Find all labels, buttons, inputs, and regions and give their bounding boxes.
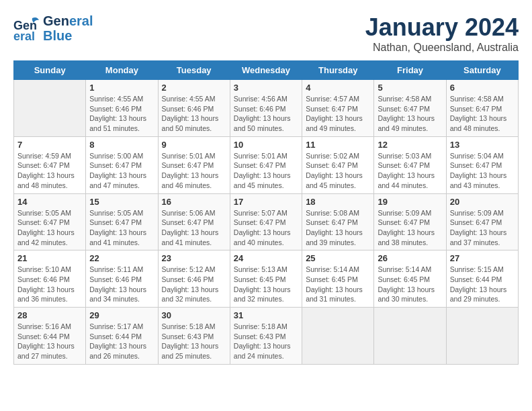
day-info: Sunrise: 5:01 AM Sunset: 6:47 PM Dayligh… [162, 151, 226, 191]
day-info: Sunrise: 5:04 AM Sunset: 6:47 PM Dayligh… [450, 151, 515, 191]
weekday-header-saturday: Saturday [446, 61, 518, 80]
day-info: Sunrise: 5:16 AM Sunset: 6:44 PM Dayligh… [17, 322, 82, 361]
day-info: Sunrise: 5:11 AM Sunset: 6:46 PM Dayligh… [89, 265, 154, 304]
day-info: Sunrise: 4:56 AM Sunset: 6:46 PM Dayligh… [234, 94, 298, 134]
calendar-cell: 22Sunrise: 5:11 AM Sunset: 6:46 PM Dayli… [86, 250, 158, 308]
day-number: 14 [17, 197, 82, 207]
day-info: Sunrise: 5:10 AM Sunset: 6:46 PM Dayligh… [17, 265, 82, 304]
month-title: January 2024 [365, 13, 519, 42]
day-number: 9 [162, 140, 226, 150]
calendar-cell: 27Sunrise: 5:15 AM Sunset: 6:44 PM Dayli… [446, 250, 518, 308]
calendar-cell: 5Sunrise: 4:58 AM Sunset: 6:47 PM Daylig… [374, 80, 446, 137]
location-title: Nathan, Queensland, Australia [365, 42, 519, 54]
day-number: 19 [378, 197, 442, 207]
day-number: 21 [17, 253, 82, 263]
day-number: 13 [450, 140, 515, 150]
week-row-3: 21Sunrise: 5:10 AM Sunset: 6:46 PM Dayli… [14, 250, 519, 308]
calendar-cell: 30Sunrise: 5:18 AM Sunset: 6:43 PM Dayli… [158, 308, 230, 365]
day-info: Sunrise: 5:18 AM Sunset: 6:43 PM Dayligh… [234, 322, 298, 361]
title-area: January 2024 Nathan, Queensland, Austral… [365, 13, 519, 54]
day-info: Sunrise: 5:14 AM Sunset: 6:45 PM Dayligh… [378, 265, 442, 304]
day-info: Sunrise: 4:57 AM Sunset: 6:47 PM Dayligh… [306, 94, 370, 134]
calendar-header: SundayMondayTuesdayWednesdayThursdayFrid… [14, 61, 519, 80]
calendar-cell: 13Sunrise: 5:04 AM Sunset: 6:47 PM Dayli… [446, 136, 518, 193]
weekday-header-wednesday: Wednesday [230, 61, 302, 80]
calendar-cell: 19Sunrise: 5:09 AM Sunset: 6:47 PM Dayli… [374, 193, 446, 250]
calendar-cell: 4Sunrise: 4:57 AM Sunset: 6:47 PM Daylig… [302, 80, 374, 137]
day-number: 6 [450, 83, 515, 93]
calendar-cell: 11Sunrise: 5:02 AM Sunset: 6:47 PM Dayli… [302, 136, 374, 193]
day-info: Sunrise: 4:59 AM Sunset: 6:47 PM Dayligh… [17, 151, 82, 191]
day-number: 12 [378, 140, 442, 150]
calendar-cell: 6Sunrise: 4:58 AM Sunset: 6:47 PM Daylig… [446, 80, 518, 137]
week-row-4: 28Sunrise: 5:16 AM Sunset: 6:44 PM Dayli… [14, 308, 519, 365]
calendar-cell: 26Sunrise: 5:14 AM Sunset: 6:45 PM Dayli… [374, 250, 446, 308]
day-number: 22 [89, 253, 154, 263]
day-number: 16 [162, 197, 226, 207]
day-number: 4 [306, 83, 370, 93]
day-number: 7 [17, 140, 82, 150]
calendar-cell [14, 80, 86, 137]
day-info: Sunrise: 5:02 AM Sunset: 6:47 PM Dayligh… [306, 151, 370, 191]
header: Gen eral General Blue January 2024 Natha… [13, 13, 519, 54]
day-number: 25 [306, 253, 370, 263]
calendar-cell [446, 308, 518, 365]
day-number: 11 [306, 140, 370, 150]
day-info: Sunrise: 5:06 AM Sunset: 6:47 PM Dayligh… [162, 208, 226, 248]
calendar-table: SundayMondayTuesdayWednesdayThursdayFrid… [13, 60, 519, 365]
day-number: 27 [450, 253, 515, 263]
calendar-cell: 23Sunrise: 5:12 AM Sunset: 6:46 PM Dayli… [158, 250, 230, 308]
svg-text:eral: eral [13, 30, 35, 42]
day-info: Sunrise: 5:07 AM Sunset: 6:47 PM Dayligh… [234, 208, 298, 248]
day-number: 18 [306, 197, 370, 207]
day-number: 17 [234, 197, 298, 207]
calendar-cell: 7Sunrise: 4:59 AM Sunset: 6:47 PM Daylig… [14, 136, 86, 193]
day-info: Sunrise: 5:08 AM Sunset: 6:47 PM Dayligh… [306, 208, 370, 248]
day-info: Sunrise: 5:18 AM Sunset: 6:43 PM Dayligh… [162, 322, 226, 361]
calendar-cell [302, 308, 374, 365]
weekday-header-tuesday: Tuesday [158, 61, 230, 80]
calendar-cell: 12Sunrise: 5:03 AM Sunset: 6:47 PM Dayli… [374, 136, 446, 193]
day-info: Sunrise: 4:55 AM Sunset: 6:46 PM Dayligh… [162, 94, 226, 134]
day-info: Sunrise: 5:13 AM Sunset: 6:45 PM Dayligh… [234, 265, 298, 304]
logo-line2: Blue [43, 28, 93, 43]
weekday-header-thursday: Thursday [302, 61, 374, 80]
logo-line1: General [43, 13, 93, 28]
day-info: Sunrise: 4:58 AM Sunset: 6:47 PM Dayligh… [378, 94, 442, 134]
day-info: Sunrise: 5:09 AM Sunset: 6:47 PM Dayligh… [450, 208, 515, 248]
calendar-cell: 29Sunrise: 5:17 AM Sunset: 6:44 PM Dayli… [86, 308, 158, 365]
day-info: Sunrise: 4:55 AM Sunset: 6:46 PM Dayligh… [89, 94, 154, 134]
weekday-row: SundayMondayTuesdayWednesdayThursdayFrid… [14, 61, 519, 80]
calendar-cell: 1Sunrise: 4:55 AM Sunset: 6:46 PM Daylig… [86, 80, 158, 137]
calendar-cell: 21Sunrise: 5:10 AM Sunset: 6:46 PM Dayli… [14, 250, 86, 308]
day-number: 20 [450, 197, 515, 207]
week-row-2: 14Sunrise: 5:05 AM Sunset: 6:47 PM Dayli… [14, 193, 519, 250]
day-info: Sunrise: 5:17 AM Sunset: 6:44 PM Dayligh… [89, 322, 154, 361]
day-number: 30 [162, 310, 226, 320]
day-info: Sunrise: 4:58 AM Sunset: 6:47 PM Dayligh… [450, 94, 515, 134]
week-row-1: 7Sunrise: 4:59 AM Sunset: 6:47 PM Daylig… [14, 136, 519, 193]
day-number: 15 [89, 197, 154, 207]
calendar-cell [374, 308, 446, 365]
weekday-header-monday: Monday [86, 61, 158, 80]
day-number: 24 [234, 253, 298, 263]
day-info: Sunrise: 5:09 AM Sunset: 6:47 PM Dayligh… [378, 208, 442, 248]
day-info: Sunrise: 5:15 AM Sunset: 6:44 PM Dayligh… [450, 265, 515, 304]
calendar-cell: 16Sunrise: 5:06 AM Sunset: 6:47 PM Dayli… [158, 193, 230, 250]
day-info: Sunrise: 5:03 AM Sunset: 6:47 PM Dayligh… [378, 151, 442, 191]
day-info: Sunrise: 5:01 AM Sunset: 6:47 PM Dayligh… [234, 151, 298, 191]
calendar-cell: 28Sunrise: 5:16 AM Sunset: 6:44 PM Dayli… [14, 308, 86, 365]
calendar-cell: 3Sunrise: 4:56 AM Sunset: 6:46 PM Daylig… [230, 80, 302, 137]
logo: Gen eral General Blue [13, 13, 93, 43]
calendar-cell: 17Sunrise: 5:07 AM Sunset: 6:47 PM Dayli… [230, 193, 302, 250]
day-number: 23 [162, 253, 226, 263]
calendar-cell: 31Sunrise: 5:18 AM Sunset: 6:43 PM Dayli… [230, 308, 302, 365]
day-number: 31 [234, 310, 298, 320]
day-info: Sunrise: 5:12 AM Sunset: 6:46 PM Dayligh… [162, 265, 226, 304]
calendar-cell: 18Sunrise: 5:08 AM Sunset: 6:47 PM Dayli… [302, 193, 374, 250]
calendar-body: 1Sunrise: 4:55 AM Sunset: 6:46 PM Daylig… [14, 80, 519, 365]
calendar-cell: 8Sunrise: 5:00 AM Sunset: 6:47 PM Daylig… [86, 136, 158, 193]
day-info: Sunrise: 5:05 AM Sunset: 6:47 PM Dayligh… [89, 208, 154, 248]
weekday-header-sunday: Sunday [14, 61, 86, 80]
day-number: 3 [234, 83, 298, 93]
